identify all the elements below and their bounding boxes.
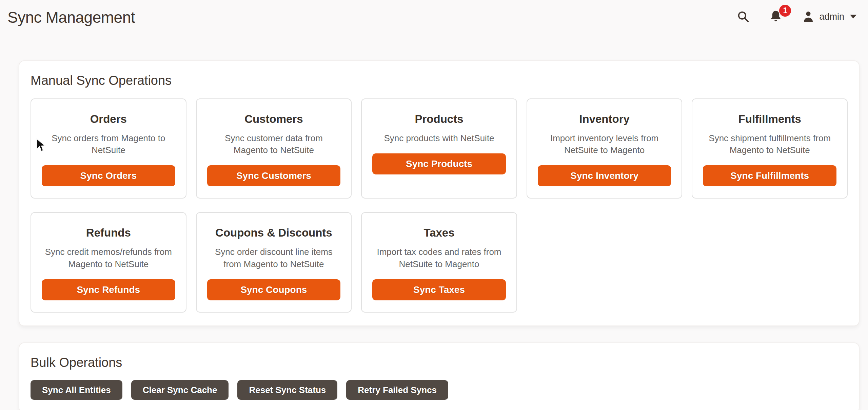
sync-card-products: Products Sync products with NetSuite Syn… — [361, 98, 517, 199]
card-description: Sync shipment fulfillments from Magento … — [703, 132, 836, 156]
sync-card-refunds: Refunds Sync credit memos/refunds from M… — [31, 212, 186, 313]
notification-count-badge: 1 — [779, 5, 791, 17]
sync-products-button[interactable]: Sync Products — [372, 153, 506, 174]
sync-coupons-button[interactable]: Sync Coupons — [207, 279, 341, 300]
card-description: Sync order discount line items from Mage… — [207, 246, 341, 270]
clear-sync-cache-button[interactable]: Clear Sync Cache — [131, 380, 229, 400]
admin-header: Sync Management 1 admin — [0, 0, 868, 34]
card-title: Orders — [42, 113, 175, 126]
card-title: Coupons & Discounts — [207, 226, 341, 239]
card-description: Import tax codes and rates from NetSuite… — [372, 246, 506, 270]
bulk-operations-heading: Bulk Operations — [31, 355, 848, 371]
card-description: Sync products with NetSuite — [372, 132, 506, 144]
sync-refunds-button[interactable]: Sync Refunds — [42, 279, 175, 300]
sync-card-inventory: Inventory Import inventory levels from N… — [527, 98, 683, 199]
sync-fulfillments-button[interactable]: Sync Fulfillments — [703, 165, 836, 186]
reset-sync-status-button[interactable]: Reset Sync Status — [237, 380, 337, 400]
manual-sync-heading: Manual Sync Operations — [31, 73, 848, 89]
card-title: Products — [372, 113, 506, 126]
card-description: Sync credit memos/refunds from Magento t… — [42, 246, 175, 270]
notifications-bell-icon[interactable]: 1 — [769, 10, 783, 24]
sync-card-fulfillments: Fulfillments Sync shipment fulfillments … — [692, 98, 848, 199]
sync-customers-button[interactable]: Sync Customers — [207, 165, 341, 186]
card-title: Refunds — [42, 226, 175, 239]
page-title: Sync Management — [7, 8, 135, 27]
card-title: Customers — [207, 113, 341, 126]
caret-down-icon — [850, 15, 856, 19]
sync-taxes-button[interactable]: Sync Taxes — [372, 279, 506, 300]
card-description: Sync orders from Magento to NetSuite — [42, 132, 175, 156]
card-title: Fulfillments — [703, 113, 836, 126]
sync-inventory-button[interactable]: Sync Inventory — [538, 165, 671, 186]
sync-all-entities-button[interactable]: Sync All Entities — [31, 380, 122, 400]
user-avatar-icon — [802, 10, 815, 23]
username-label: admin — [819, 12, 844, 22]
sync-card-coupons: Coupons & Discounts Sync order discount … — [196, 212, 352, 313]
card-title: Taxes — [372, 226, 506, 239]
retry-failed-syncs-button[interactable]: Retry Failed Syncs — [346, 380, 448, 400]
manual-sync-panel: Manual Sync Operations Orders Sync order… — [19, 60, 860, 326]
sync-card-customers: Customers Sync customer data from Magent… — [196, 98, 352, 199]
sync-card-taxes: Taxes Import tax codes and rates from Ne… — [361, 212, 517, 313]
sync-card-orders: Orders Sync orders from Magento to NetSu… — [31, 98, 186, 199]
card-title: Inventory — [538, 113, 671, 126]
header-actions: 1 admin — [737, 8, 856, 24]
bulk-button-row: Sync All Entities Clear Sync Cache Reset… — [31, 380, 848, 400]
card-description: Sync customer data from Magento to NetSu… — [207, 132, 341, 156]
card-description: Import inventory levels from NetSuite to… — [538, 132, 671, 156]
sync-orders-button[interactable]: Sync Orders — [42, 165, 175, 186]
user-menu[interactable]: admin — [802, 10, 856, 23]
sync-card-grid: Orders Sync orders from Magento to NetSu… — [31, 98, 848, 313]
search-icon[interactable] — [737, 10, 750, 23]
bulk-operations-panel: Bulk Operations Sync All Entities Clear … — [19, 342, 860, 410]
